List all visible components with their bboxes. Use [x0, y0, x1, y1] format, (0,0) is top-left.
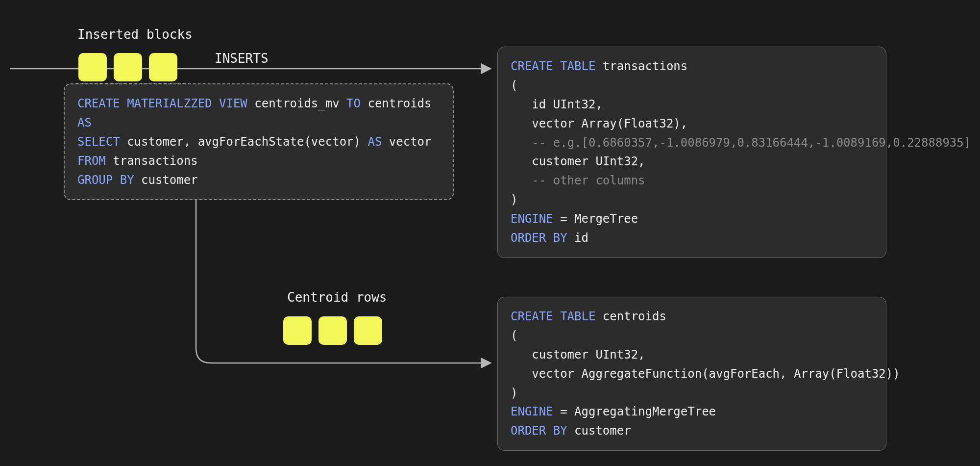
diagram-stage: Inserted blocks INSERTS CREATE MATERIALZ…: [0, 0, 980, 466]
label-inserted-blocks: Inserted blocks: [77, 27, 193, 42]
token-text: = AggregatingMergeTree: [553, 405, 716, 418]
token-text: centroids: [595, 310, 666, 323]
token-comment: -- other columns: [511, 174, 645, 187]
token-text: id UInt32,: [511, 98, 603, 111]
data-block-icon: [114, 53, 142, 81]
data-block-icon: [78, 53, 107, 81]
token-keyword: FROM: [77, 154, 106, 168]
data-block-icon: [318, 316, 347, 345]
token-keyword: CREATE TABLE: [511, 59, 595, 73]
token-keyword: GROUP BY: [77, 173, 134, 187]
token-comment: -- e.g.[0.6860357,-1.0086979,0.83166444,…: [511, 136, 971, 150]
centroids-code-panel: CREATE TABLE centroids ( customer UInt32…: [497, 297, 886, 451]
token-keyword: CREATE TABLE: [511, 310, 595, 323]
transactions-code-panel: CREATE TABLE transactions ( id UInt32, v…: [497, 47, 886, 258]
token-text: (: [511, 329, 517, 342]
data-block-icon: [149, 53, 177, 81]
token-text: customer, avgForEachState(vector): [120, 135, 368, 149]
token-keyword: TO: [346, 97, 361, 110]
centroid-blocks-icon: [283, 316, 382, 345]
token-text: transactions: [106, 154, 198, 168]
token-text: id: [567, 231, 588, 245]
token-keyword: ENGINE: [511, 212, 553, 226]
label-centroid-rows: Centroid rows: [287, 290, 387, 305]
inserted-blocks-icon: [78, 53, 177, 81]
token-keyword: AS: [368, 135, 382, 149]
token-keyword: SELECT: [77, 135, 120, 149]
token-text: ): [511, 193, 517, 207]
token-keyword: AS: [77, 116, 92, 129]
data-block-icon: [354, 316, 382, 345]
token-text: transactions: [595, 59, 687, 73]
token-keyword: ENGINE: [511, 405, 553, 418]
token-text: customer UInt32,: [511, 348, 645, 362]
token-keyword: ORDER BY: [511, 231, 567, 245]
token-keyword: ORDER BY: [511, 424, 567, 438]
token-text: vector Array(Float32),: [511, 117, 687, 130]
token-keyword: CREATE MATERIALZZED VIEW: [77, 97, 247, 110]
token-text: centroids_mv: [247, 97, 346, 110]
token-text: customer: [567, 424, 631, 438]
mv-code-panel: CREATE MATERIALZZED VIEW centroids_mv TO…: [64, 83, 454, 200]
token-text: customer UInt32,: [511, 155, 645, 168]
token-text: ): [511, 386, 517, 400]
token-text: vector: [382, 135, 431, 149]
token-text: = MergeTree: [553, 212, 638, 226]
token-text: (: [511, 78, 517, 92]
token-text: centroids: [361, 97, 432, 110]
token-text: customer: [134, 173, 198, 187]
token-text: vector AggregateFunction(avgForEach, Arr…: [511, 367, 900, 381]
data-block-icon: [283, 316, 312, 345]
label-inserts: INSERTS: [215, 51, 269, 66]
